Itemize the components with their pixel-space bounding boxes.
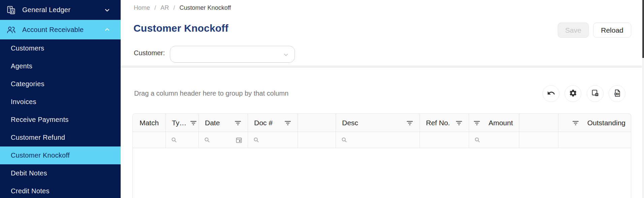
sidebar-item-invoices[interactable]: Invoices: [0, 93, 121, 111]
ledger-icon: [6, 5, 16, 15]
sidebar-item-general-ledger[interactable]: General Ledger: [0, 0, 121, 20]
undo-button[interactable]: [543, 85, 559, 102]
breadcrumb-separator: /: [154, 4, 156, 11]
chevron-down-icon: [283, 52, 289, 59]
main-content: Home / AR / Customer Knockoff Customer K…: [121, 0, 644, 198]
sidebar-item-label: General Ledger: [22, 6, 70, 14]
grid-filter-row: [133, 132, 631, 148]
sidebar-item-credit-notes[interactable]: Credit Notes: [0, 182, 121, 198]
column-header-match[interactable]: Match: [133, 114, 166, 132]
column-header-doc[interactable]: Doc #: [248, 114, 298, 132]
column-header-outstanding[interactable]: Outstanding: [558, 114, 631, 132]
column-caption: Doc #: [254, 119, 273, 127]
filter-cell-match: [133, 132, 166, 148]
header-filter-icon[interactable]: [455, 120, 463, 126]
column-header-date[interactable]: Date: [199, 114, 248, 132]
filter-cell-spacer: [298, 132, 336, 148]
grid-body-empty: [133, 148, 631, 198]
gear-icon: [569, 89, 577, 99]
header-filter-icon[interactable]: [234, 120, 242, 126]
filter-cell-amount[interactable]: [469, 132, 519, 148]
header-filter-icon[interactable]: [190, 120, 197, 126]
export-xlsx-icon: XLSX: [613, 89, 621, 99]
sidebar-item-agents[interactable]: Agents: [0, 57, 121, 75]
header-filter-icon[interactable]: [473, 120, 481, 126]
header-filter-icon[interactable]: [284, 120, 292, 126]
search-icon: [204, 137, 210, 143]
search-icon: [474, 137, 480, 143]
sidebar-item-customers[interactable]: Customers: [0, 39, 121, 57]
column-header-ref-no[interactable]: Ref No.: [420, 114, 469, 132]
sidebar: General Ledger Account Receivable Custom…: [0, 0, 121, 198]
breadcrumb-separator: /: [173, 4, 175, 11]
sidebar-item-customer-refund[interactable]: Customer Refund: [0, 129, 121, 146]
search-icon: [341, 137, 347, 143]
knockoff-grid: MatchTy…DateDoc #DescRef No.AmountOutsta…: [132, 113, 631, 198]
search-icon: [171, 137, 177, 143]
header-filter-icon[interactable]: [406, 120, 413, 126]
column-caption: Desc: [342, 119, 358, 127]
grid-header-row: MatchTy…DateDoc #DescRef No.AmountOutsta…: [133, 114, 631, 132]
sidebar-item-label: Account Receivable: [22, 26, 84, 34]
sidebar-item-customer-knockoff[interactable]: Customer Knockoff: [0, 146, 121, 164]
filter-cell-spacer: [519, 132, 558, 148]
column-caption: Amount: [489, 119, 513, 127]
column-header-amount[interactable]: Amount: [469, 114, 519, 132]
column-caption: Ref No.: [426, 119, 450, 127]
sidebar-item-categories[interactable]: Categories: [0, 75, 121, 93]
reload-button[interactable]: Reload: [593, 23, 631, 38]
page-title: Customer Knockoff: [133, 23, 228, 34]
save-button[interactable]: Save: [558, 23, 589, 38]
filter-cell-desc[interactable]: [336, 132, 420, 148]
column-header-spacer: [519, 114, 558, 132]
column-caption: Ty…: [172, 119, 186, 127]
customer-label: Customer:: [134, 49, 165, 57]
column-chooser-button[interactable]: [587, 85, 604, 102]
calendar-icon[interactable]: [236, 137, 242, 143]
chevron-up-icon: [104, 26, 111, 33]
settings-button[interactable]: [564, 85, 581, 102]
column-chooser-icon: [591, 89, 600, 99]
column-caption: Outstanding: [587, 119, 625, 127]
group-panel-hint: Drag a column header here to group by th…: [134, 90, 288, 97]
filter-cell-outstanding: [558, 132, 631, 148]
undo-icon: [547, 89, 555, 99]
filter-cell-ref-no: [420, 132, 469, 148]
scrollbar-thumb[interactable]: [642, 0, 644, 58]
filter-cell-doc[interactable]: [248, 132, 298, 148]
breadcrumb-current: Customer Knockoff: [180, 4, 231, 11]
breadcrumb: Home / AR / Customer Knockoff: [134, 4, 231, 11]
column-caption: Date: [205, 119, 220, 127]
breadcrumb-ar[interactable]: AR: [160, 4, 169, 11]
sidebar-item-receive-payments[interactable]: Receive Payments: [0, 111, 121, 129]
column-header-ty[interactable]: Ty…: [166, 114, 199, 132]
sidebar-item-account-receivable[interactable]: Account Receivable: [0, 20, 121, 39]
sidebar-submenu: Customers Agents Categories Invoices Rec…: [0, 39, 121, 198]
sidebar-item-debit-notes[interactable]: Debit Notes: [0, 164, 121, 182]
customer-knockoff-screen: General Ledger Account Receivable Custom…: [0, 0, 644, 198]
breadcrumb-home[interactable]: Home: [134, 4, 150, 11]
people-icon: [6, 25, 16, 35]
svg-text:XLSX: XLSX: [614, 93, 619, 95]
filter-cell-ty[interactable]: [166, 132, 199, 148]
section-divider: [121, 66, 644, 68]
column-header-spacer: [298, 114, 336, 132]
column-header-desc[interactable]: Desc: [336, 114, 420, 132]
column-caption: Match: [140, 119, 159, 127]
export-xlsx-button[interactable]: XLSX: [609, 85, 625, 102]
chevron-down-icon: [104, 7, 111, 13]
header-filter-icon[interactable]: [572, 120, 579, 126]
filter-cell-date[interactable]: [199, 132, 248, 148]
vertical-scrollbar[interactable]: [642, 0, 644, 198]
search-icon: [253, 137, 259, 143]
customer-select[interactable]: [170, 46, 295, 63]
